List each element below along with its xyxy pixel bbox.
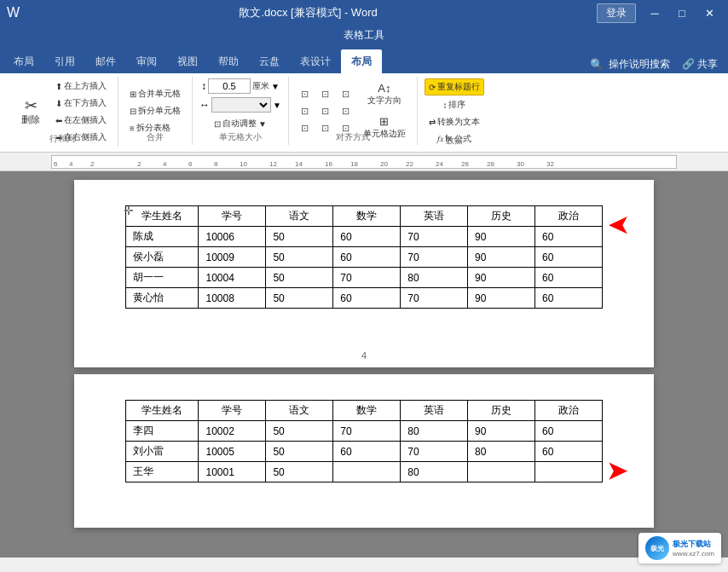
table-cell: 50 xyxy=(266,268,333,288)
tab-reference[interactable]: 引用 xyxy=(44,49,85,73)
align-top-right[interactable]: ⊡ xyxy=(337,86,355,101)
share-button[interactable]: 🔗 共享 xyxy=(675,55,725,73)
group-row-col-label: 行和列 xyxy=(7,133,118,145)
window-title: 散文.docx [兼容模式] - Word xyxy=(20,5,597,20)
table-cell: 80 xyxy=(401,421,468,442)
table-row: 胡一一100045070809060 xyxy=(126,268,603,288)
tab-cloud[interactable]: 云盘 xyxy=(249,49,290,73)
table-cell: 80 xyxy=(401,462,468,482)
text-direction-button[interactable]: A↕ 文字方向 xyxy=(359,79,410,109)
tab-mail[interactable]: 邮件 xyxy=(85,49,126,73)
ruler-mark-30: 30 xyxy=(517,160,524,168)
minimize-button[interactable]: ─ xyxy=(643,4,667,21)
delete-icon: ✂ xyxy=(25,98,38,113)
table-cell: 60 xyxy=(535,247,603,268)
header-history: 历史 xyxy=(468,206,535,227)
table-row: 刘小雷100055060708060 xyxy=(126,442,603,462)
close-button[interactable]: ✕ xyxy=(697,4,721,21)
table-cell: 黄心怡 xyxy=(126,288,199,309)
text-dir-icon: A↕ xyxy=(378,82,390,95)
header-id: 学号 xyxy=(199,206,266,227)
table-cell xyxy=(535,462,603,482)
sort-button[interactable]: ↕ 排序 xyxy=(438,97,470,113)
width-icon: ↔ xyxy=(199,99,210,111)
table-cell xyxy=(333,462,401,482)
ruler-mark-16: 16 xyxy=(325,160,332,168)
insert-above-button[interactable]: ⬆ 在上方插入 xyxy=(51,78,111,94)
t2-header-politics: 政治 xyxy=(535,401,603,421)
align-mid-center[interactable]: ⊡ xyxy=(316,103,335,118)
table-cell: 李四 xyxy=(126,421,199,442)
table-cell: 60 xyxy=(535,442,603,462)
height-expand-icon: ▼ xyxy=(271,82,280,91)
table-cell: 80 xyxy=(401,268,468,288)
table-2-body: 李四100025070809060刘小雷100055060708060王华100… xyxy=(126,421,603,482)
delete-button[interactable]: ✂ 删除 xyxy=(14,94,48,130)
tab-layout1[interactable]: 布局 xyxy=(3,49,44,73)
tab-view[interactable]: 视图 xyxy=(167,49,208,73)
insert-left-button[interactable]: ⬅ 在左侧插入 xyxy=(51,113,111,128)
table-cell: 50 xyxy=(266,288,333,309)
header-chinese: 语文 xyxy=(266,206,333,227)
header-english: 英语 xyxy=(401,206,468,227)
table-tool-tab[interactable]: 表格工具 xyxy=(326,28,402,43)
table-cell: 10001 xyxy=(199,462,266,482)
table-cell: 70 xyxy=(333,268,401,288)
tab-help[interactable]: 帮助 xyxy=(208,49,249,73)
table-cell: 70 xyxy=(401,442,468,462)
ribbon-right: 🔍 操作说明搜索 🔗 共享 xyxy=(590,55,725,73)
align-grid: ⊡ ⊡ ⊡ ⊡ ⊡ ⊡ ⊡ ⊡ ⊡ xyxy=(296,86,355,136)
table-move-handle[interactable]: ✛ xyxy=(124,204,134,217)
repeat-icon: ⟳ xyxy=(429,83,436,92)
login-button[interactable]: 登录 xyxy=(597,3,636,23)
title-left: W xyxy=(7,5,20,20)
group-cell-size: ↕ 厘米 ▼ ↔ ▼ ⊡ 自动调整 ▼ 单元格大小 xyxy=(193,77,289,145)
align-mid-left[interactable]: ⊡ xyxy=(296,103,315,118)
table-cell: 70 xyxy=(333,421,401,442)
width-expand-icon: ▼ xyxy=(273,101,281,110)
ruler-mark-10: 10 xyxy=(240,160,247,168)
tab-review[interactable]: 审阅 xyxy=(126,49,167,73)
align-top-left[interactable]: ⊡ xyxy=(296,86,315,101)
ruler-mark-26: 26 xyxy=(461,160,469,168)
table-row: 王华100015080 xyxy=(126,462,603,482)
repeat-row-button[interactable]: ⟳ 重复标题行 xyxy=(425,78,484,95)
ruler-mark-18: 18 xyxy=(350,160,358,168)
watermark-logo: 极光 xyxy=(645,536,669,560)
height-input[interactable] xyxy=(208,78,251,94)
table-cell: 刘小雷 xyxy=(126,442,199,462)
split-cell-button[interactable]: ⊟ 拆分单元格 xyxy=(125,103,185,118)
title-bar: W 散文.docx [兼容模式] - Word 登录 ─ □ ✕ xyxy=(0,0,728,26)
page-number-1: 4 xyxy=(361,350,367,361)
group-cell-size-label: 单元格大小 xyxy=(193,131,288,143)
group-merge-label: 合并 xyxy=(118,131,192,143)
table-cell: 10008 xyxy=(199,288,266,309)
width-select[interactable] xyxy=(211,97,271,113)
width-row: ↔ ▼ xyxy=(199,97,281,113)
table-cell: 60 xyxy=(535,227,603,247)
tab-table-design[interactable]: 表设计 xyxy=(290,49,341,73)
merge-buttons: ⊞ 合并单元格 ⊟ 拆分单元格 ≡ 拆分表格 xyxy=(125,86,185,136)
auto-adjust-button[interactable]: ⊡ 自动调整 ▼ xyxy=(210,116,271,131)
table-cell: 60 xyxy=(535,421,603,442)
ruler: 6 4 2 2 4 6 8 10 12 14 16 18 20 22 24 26… xyxy=(0,153,728,171)
search-label[interactable]: 操作说明搜索 xyxy=(604,57,675,72)
table-cell: 60 xyxy=(333,288,401,309)
table-1-body: 陈成100065060709060侯小磊100095060709060胡一一10… xyxy=(126,227,603,309)
table-cell: 80 xyxy=(468,442,535,462)
page-1: ✛ ➤ 学生姓名 学号 语文 数学 英语 历史 政治 陈成10006506070… xyxy=(74,180,654,367)
to-text-button[interactable]: ⇄ 转换为文本 xyxy=(425,114,484,130)
table-cell: 60 xyxy=(333,247,401,268)
align-top-center[interactable]: ⊡ xyxy=(316,86,335,101)
table-cell: 90 xyxy=(468,288,535,309)
table-cell: 90 xyxy=(468,421,535,442)
merge-cell-button[interactable]: ⊞ 合并单元格 xyxy=(125,86,185,101)
maximize-button[interactable]: □ xyxy=(670,4,694,21)
align-mid-right[interactable]: ⊡ xyxy=(337,103,355,118)
ruler-mark-2: 2 xyxy=(90,160,94,168)
table-cell: 10005 xyxy=(199,442,266,462)
insert-below-button[interactable]: ⬇ 在下方插入 xyxy=(51,95,111,111)
t2-header-math: 数学 xyxy=(333,401,401,421)
table-row: 侯小磊100095060709060 xyxy=(126,247,603,268)
tab-layout-active[interactable]: 布局 xyxy=(341,49,382,73)
